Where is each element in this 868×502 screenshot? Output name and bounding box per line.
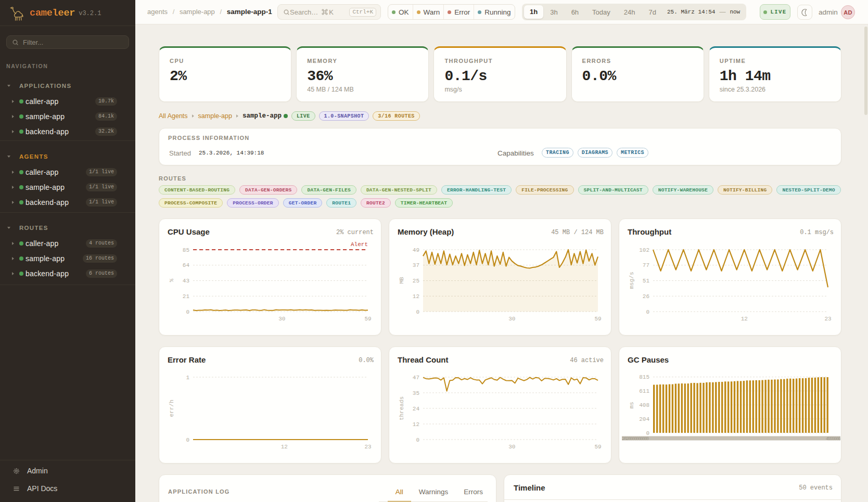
- svg-text:Thread Count: Thread Count: [398, 355, 449, 364]
- svg-text:Alert: Alert: [351, 241, 368, 248]
- svg-text:err/h: err/h: [169, 400, 175, 417]
- svg-text:51: 51: [643, 278, 650, 284]
- svg-text:24: 24: [413, 406, 420, 412]
- svg-text:102: 102: [639, 247, 649, 253]
- svg-text:0: 0: [416, 437, 419, 443]
- svg-text:Memory (Heap): Memory (Heap): [398, 227, 454, 236]
- svg-text:23: 23: [364, 444, 371, 450]
- svg-text:611: 611: [639, 388, 649, 394]
- svg-text:408: 408: [639, 402, 649, 408]
- svg-text:21: 21: [183, 293, 190, 300]
- svg-text:2020000000000: 2020000000000: [622, 436, 649, 442]
- svg-text:35: 35: [413, 390, 419, 396]
- svg-text:Throughput: Throughput: [628, 227, 671, 236]
- svg-text:204: 204: [639, 416, 649, 422]
- svg-text:4555666: 4555666: [826, 436, 840, 442]
- svg-text:MB: MB: [399, 277, 405, 284]
- svg-text:threads: threads: [399, 396, 405, 420]
- svg-text:26: 26: [643, 293, 649, 300]
- svg-text:2% current: 2% current: [336, 229, 374, 236]
- svg-text:12: 12: [281, 444, 288, 450]
- svg-text:43: 43: [183, 278, 189, 284]
- svg-text:ms: ms: [629, 402, 635, 408]
- svg-text:64: 64: [183, 262, 190, 268]
- svg-text:85: 85: [183, 247, 189, 253]
- svg-text:%: %: [169, 278, 175, 282]
- svg-text:30: 30: [508, 316, 515, 322]
- svg-text:Error Rate: Error Rate: [168, 355, 206, 364]
- svg-text:GC Pauses: GC Pauses: [628, 355, 669, 364]
- svg-text:59: 59: [594, 316, 601, 322]
- svg-text:45 MB / 124 MB: 45 MB / 124 MB: [551, 229, 604, 236]
- svg-text:77: 77: [643, 262, 649, 268]
- svg-text:0.0%: 0.0%: [359, 357, 374, 364]
- svg-text:0: 0: [646, 430, 649, 436]
- svg-text:0: 0: [416, 309, 419, 315]
- svg-text:0: 0: [186, 309, 189, 315]
- svg-text:12: 12: [413, 421, 419, 428]
- svg-text:0.1 msg/s: 0.1 msg/s: [800, 229, 834, 236]
- svg-text:0: 0: [646, 309, 649, 315]
- svg-text:1: 1: [186, 375, 189, 381]
- svg-text:59: 59: [364, 316, 371, 322]
- svg-text:0: 0: [186, 437, 189, 443]
- svg-text:30: 30: [508, 444, 515, 450]
- svg-text:37: 37: [413, 262, 419, 268]
- svg-text:59: 59: [594, 444, 601, 450]
- svg-text:msg/s: msg/s: [629, 272, 635, 289]
- svg-text:49: 49: [413, 247, 419, 253]
- svg-text:46 active: 46 active: [570, 357, 604, 364]
- svg-text:CPU Usage: CPU Usage: [168, 227, 210, 236]
- svg-text:815: 815: [639, 374, 649, 380]
- svg-text:12: 12: [741, 316, 748, 322]
- svg-text:30: 30: [278, 316, 285, 322]
- svg-text:12: 12: [413, 293, 419, 300]
- svg-text:47: 47: [413, 375, 419, 381]
- svg-text:23: 23: [824, 316, 831, 322]
- svg-text:25: 25: [413, 278, 419, 284]
